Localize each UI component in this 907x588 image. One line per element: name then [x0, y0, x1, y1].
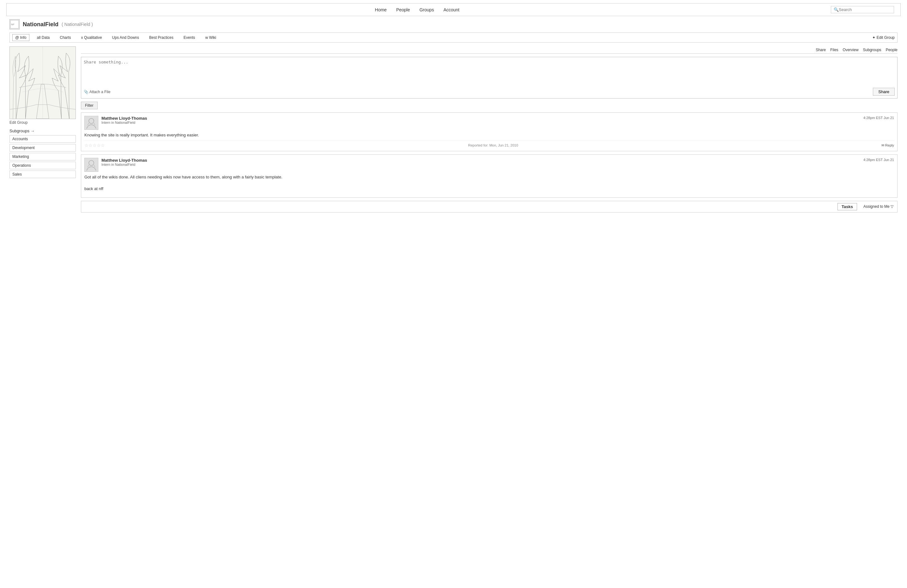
search-input[interactable]: [839, 7, 889, 12]
group-title: NF NationalField ( NationalField ): [10, 19, 897, 29]
edit-group-label[interactable]: Edit Group: [10, 120, 76, 125]
assigned-to-dropdown[interactable]: Assigned to Me ▽: [864, 205, 893, 209]
post-meta-1: Matthew Lloyd-Thomas Intern in NationalF…: [101, 116, 860, 125]
subgroup-marketing[interactable]: Marketing: [10, 153, 76, 160]
post-card-2: Matthew Lloyd-Thomas Intern in NationalF…: [81, 154, 897, 198]
group-image: [10, 46, 76, 119]
post-card-1: Matthew Lloyd-Thomas Intern in NationalF…: [81, 112, 897, 151]
post-meta-2: Matthew Lloyd-Thomas Intern in NationalF…: [101, 158, 860, 166]
group-logo: NF: [10, 19, 19, 29]
nav-people[interactable]: People: [396, 7, 410, 12]
content-tab-overview[interactable]: Overview: [843, 48, 859, 52]
left-sidebar: Edit Group Subgroups → Accounts Developm…: [10, 46, 76, 179]
tab-qualitative[interactable]: x Qualitative: [79, 34, 104, 41]
search-icon: 🔍: [834, 7, 839, 12]
subgroup-operations[interactable]: Operations: [10, 162, 76, 169]
main-layout: Edit Group Subgroups → Accounts Developm…: [10, 46, 897, 213]
post-avatar-1: [84, 116, 98, 130]
tab-wiki[interactable]: w Wiki: [203, 34, 219, 41]
tasks-bar: Tasks Assigned to Me ▽: [81, 201, 897, 213]
content-tab-share[interactable]: Share: [816, 48, 826, 52]
right-content: Share Files Overview Subgroups People 📎 …: [81, 46, 897, 213]
nav-links: Home People Groups Account: [13, 7, 821, 12]
post-time-2: 4:28pm EST Jun 21: [864, 158, 894, 162]
attach-file-button[interactable]: 📎 Attach a File: [84, 89, 110, 94]
tab-data[interactable]: all Data: [34, 34, 53, 41]
share-button[interactable]: Share: [873, 88, 895, 96]
subgroups-list: Accounts Development Marketing Operation…: [10, 135, 76, 178]
nav-home[interactable]: Home: [375, 7, 386, 12]
group-handle: ( NationalField ): [62, 22, 93, 27]
nav-account[interactable]: Account: [443, 7, 460, 12]
post-author-1: Matthew Lloyd-Thomas: [101, 116, 860, 121]
svg-text:NF: NF: [11, 23, 14, 26]
tasks-label[interactable]: Tasks: [838, 203, 857, 210]
post-author-2: Matthew Lloyd-Thomas: [101, 158, 860, 163]
post-footer-1: ☆☆☆☆☆ Reported for: Mon, Jun 21, 2010 ✉ …: [84, 141, 894, 148]
page-wrapper: NF NationalField ( NationalField ) @ Inf…: [10, 19, 897, 213]
tab-charts[interactable]: Charts: [57, 34, 73, 41]
content-tabs: Share Files Overview Subgroups People: [81, 46, 897, 54]
group-name: NationalField: [23, 21, 58, 28]
post-header-2: Matthew Lloyd-Thomas Intern in NationalF…: [84, 158, 894, 172]
content-tab-files[interactable]: Files: [830, 48, 838, 52]
nav-groups[interactable]: Groups: [419, 7, 434, 12]
post-reported-1: Reported for: Mon, Jun 21, 2010: [468, 143, 518, 147]
post-body-1: Knowing the site is really important. It…: [84, 132, 894, 138]
post-stars-1[interactable]: ☆☆☆☆☆: [84, 143, 105, 148]
top-navigation: Home People Groups Account 🔍: [6, 3, 901, 16]
subgroup-accounts[interactable]: Accounts: [10, 135, 76, 143]
edit-group-tab[interactable]: ✦ Edit Group: [872, 35, 895, 40]
tab-best-practices[interactable]: Best Practices: [147, 34, 176, 41]
tab-info[interactable]: @ Info: [12, 34, 29, 41]
tab-bar: @ Info all Data Charts x Qualitative Ups…: [10, 32, 897, 43]
search-box: 🔍: [831, 6, 894, 13]
post-avatar-2: [84, 158, 98, 172]
filter-button[interactable]: Filter: [81, 102, 98, 109]
post-header-1: Matthew Lloyd-Thomas Intern in NationalF…: [84, 116, 894, 130]
tab-events[interactable]: Events: [181, 34, 198, 41]
content-tab-subgroups[interactable]: Subgroups: [863, 48, 881, 52]
tab-ups-downs[interactable]: Ups And Downs: [110, 34, 142, 41]
post-role-2: Intern in NationalField: [101, 163, 860, 166]
share-textarea[interactable]: [84, 60, 895, 85]
share-actions: 📎 Attach a File Share: [84, 88, 895, 96]
post-time-1: 4:28pm EST Jun 21: [864, 116, 894, 120]
post-body-2: Got all of the wikis done. All cliens ne…: [84, 174, 894, 192]
share-box: 📎 Attach a File Share: [81, 57, 897, 99]
subgroups-title: Subgroups →: [10, 128, 76, 133]
post-reply-1[interactable]: ✉ Reply: [881, 143, 894, 147]
post-role-1: Intern in NationalField: [101, 121, 860, 125]
subgroup-sales[interactable]: Sales: [10, 171, 76, 178]
subgroup-development[interactable]: Development: [10, 144, 76, 152]
content-tab-people[interactable]: People: [886, 48, 897, 52]
